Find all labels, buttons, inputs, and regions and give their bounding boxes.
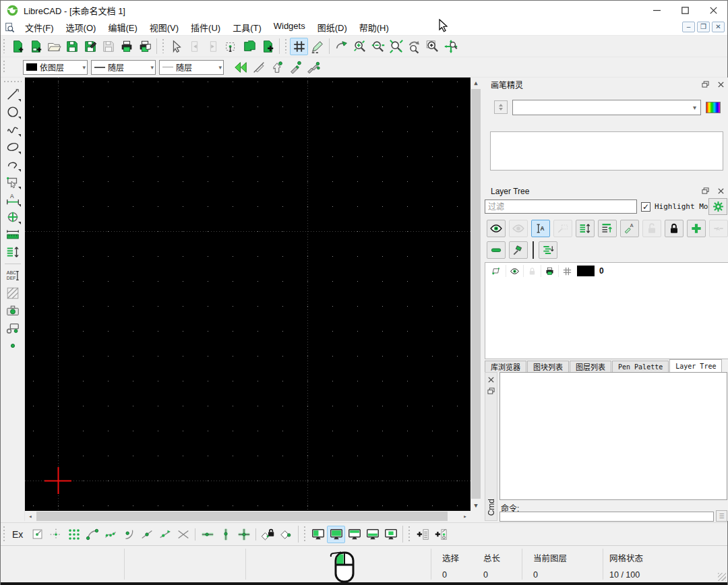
menu-item-9[interactable]: 帮助(H) bbox=[353, 19, 395, 36]
window-resize-grip[interactable] bbox=[718, 573, 726, 581]
minimize-button[interactable] bbox=[642, 1, 671, 20]
order-tool-button[interactable] bbox=[3, 243, 22, 261]
restrict-vertical-button[interactable] bbox=[216, 526, 235, 543]
dock-top-button[interactable] bbox=[345, 526, 363, 543]
layer-color-swatch[interactable] bbox=[577, 266, 595, 276]
toolbar-grip[interactable] bbox=[284, 39, 288, 53]
float-panel-icon[interactable] bbox=[486, 386, 496, 396]
save-as-button[interactable] bbox=[81, 38, 99, 55]
copy-button[interactable] bbox=[240, 38, 258, 55]
move-to-top-button[interactable] bbox=[598, 220, 617, 237]
resolve-layer-button[interactable] bbox=[509, 241, 528, 259]
mdi-close-button[interactable]: ✕ bbox=[712, 22, 725, 32]
redraw-button[interactable] bbox=[332, 38, 351, 55]
hscroll-thumb[interactable] bbox=[36, 512, 448, 521]
current-layer-icon[interactable] bbox=[485, 265, 506, 277]
restrict-horizontal-button[interactable] bbox=[198, 526, 216, 543]
print-button[interactable] bbox=[117, 38, 135, 55]
measure-tool-button[interactable] bbox=[3, 226, 22, 243]
vscroll-thumb[interactable] bbox=[471, 89, 481, 499]
pen-wizard-combo[interactable]: ▾ bbox=[512, 100, 701, 115]
pen-width-combo[interactable]: 随层 ▾ bbox=[91, 60, 156, 75]
spline-tool-button[interactable] bbox=[3, 121, 22, 138]
open-button[interactable] bbox=[44, 38, 63, 55]
image-tool-button[interactable] bbox=[3, 302, 22, 319]
command-input[interactable] bbox=[499, 512, 714, 522]
layer-construction-icon[interactable] bbox=[558, 265, 576, 277]
block-tool-button[interactable] bbox=[3, 319, 22, 337]
layer-tree-list[interactable]: 0 bbox=[485, 262, 728, 359]
layer-row[interactable]: 0 bbox=[485, 264, 728, 278]
menu-item-2[interactable]: 选项(O) bbox=[60, 19, 102, 36]
lock-relative-zero-button[interactable] bbox=[259, 526, 277, 543]
grid-toggle-button[interactable] bbox=[290, 38, 308, 55]
show-layer-button[interactable] bbox=[487, 220, 506, 237]
float-panel-icon[interactable] bbox=[700, 186, 710, 196]
restrict-orthogonal-button[interactable] bbox=[235, 526, 253, 543]
scroll-down-arrow[interactable]: ▼ bbox=[471, 500, 481, 511]
command-history[interactable] bbox=[499, 372, 727, 500]
hatch-tool-button[interactable] bbox=[3, 284, 22, 302]
toolbar-grip[interactable] bbox=[407, 526, 411, 542]
menu-item-6[interactable]: 工具(T) bbox=[226, 19, 268, 36]
pen-erase-button[interactable] bbox=[249, 59, 268, 76]
zoom-out-button[interactable] bbox=[369, 38, 387, 55]
command-options-button[interactable]: ☰ bbox=[716, 510, 727, 522]
ellipse-tool-button[interactable] bbox=[3, 138, 22, 156]
highlight-mode-checkbox[interactable]: ✓ bbox=[641, 202, 650, 212]
close-button[interactable] bbox=[699, 1, 727, 20]
zoom-auto-button[interactable] bbox=[387, 38, 405, 55]
edit-layer-pen-button[interactable]: A bbox=[620, 220, 639, 237]
toolbar-grip[interactable] bbox=[303, 526, 307, 542]
layer-tree-settings-button[interactable] bbox=[708, 198, 727, 215]
sort-layers-button[interactable] bbox=[576, 220, 595, 237]
pen-wizard-list[interactable] bbox=[490, 131, 723, 171]
layer-tree-header[interactable]: Layer Tree bbox=[485, 184, 728, 198]
menu-item-4[interactable]: 视图(V) bbox=[144, 19, 185, 36]
polyline-tool-button[interactable] bbox=[3, 156, 22, 173]
snap-free-button[interactable] bbox=[28, 526, 47, 543]
toolbar-grip[interactable] bbox=[2, 39, 6, 53]
pen-pick-button[interactable] bbox=[268, 59, 286, 76]
line-tool-button[interactable] bbox=[3, 86, 22, 103]
layer-name[interactable]: 0 bbox=[599, 266, 604, 276]
select-pointer-button[interactable] bbox=[167, 38, 185, 55]
snap-entity-button[interactable] bbox=[101, 526, 119, 543]
layer-filter-input[interactable] bbox=[485, 199, 637, 214]
layer-lock-icon[interactable] bbox=[523, 265, 541, 277]
new-button[interactable] bbox=[8, 38, 26, 55]
zoom-pan-button[interactable] bbox=[442, 38, 460, 55]
float-panel-icon[interactable] bbox=[700, 80, 710, 90]
pen-copy-button[interactable] bbox=[304, 59, 322, 76]
snap-distance-button[interactable] bbox=[156, 526, 174, 543]
menu-item-8[interactable]: 图纸(D) bbox=[311, 19, 353, 36]
mdi-restore-button[interactable]: ❐ bbox=[697, 22, 710, 32]
exclusive-snap-label[interactable]: Ex bbox=[12, 529, 23, 540]
menu-item-1[interactable]: 文件(F) bbox=[19, 19, 60, 36]
snap-grid-button[interactable] bbox=[65, 526, 83, 543]
close-panel-icon[interactable] bbox=[715, 186, 726, 196]
layer-print-icon[interactable] bbox=[541, 265, 558, 277]
toolbar-grip[interactable] bbox=[161, 39, 165, 53]
pen-wizard-color-button[interactable] bbox=[706, 102, 721, 113]
rename-layer-button[interactable]: A bbox=[531, 220, 550, 237]
snap-middle-button[interactable] bbox=[138, 526, 156, 543]
toolbar-grip[interactable] bbox=[4, 80, 22, 84]
zoom-in-button[interactable] bbox=[351, 38, 369, 55]
snap-intersection-button[interactable] bbox=[174, 526, 192, 543]
remove-layer-button[interactable] bbox=[487, 241, 506, 259]
lock-layer-button[interactable] bbox=[665, 220, 684, 237]
pen-linetype-combo[interactable]: 随层 ▾ bbox=[159, 60, 224, 75]
snap-grid-cross-button[interactable] bbox=[47, 526, 65, 543]
add-layer-button[interactable] bbox=[687, 220, 706, 237]
pen-apply-button[interactable] bbox=[286, 59, 304, 76]
add-custom-toolbar-button[interactable] bbox=[431, 526, 450, 543]
document-search-icon[interactable] bbox=[4, 22, 15, 33]
modify-tool-button[interactable] bbox=[3, 208, 22, 226]
menu-item-3[interactable]: 编辑(E) bbox=[102, 19, 143, 36]
menu-item-7[interactable]: Widgets bbox=[268, 19, 311, 36]
pen-color-combo[interactable]: 依图层 ▾ bbox=[23, 60, 88, 75]
paste-button[interactable] bbox=[258, 38, 276, 55]
vertical-scrollbar[interactable]: ▲ ▼ bbox=[471, 78, 481, 511]
mdi-minimize-button[interactable]: – bbox=[682, 22, 695, 32]
